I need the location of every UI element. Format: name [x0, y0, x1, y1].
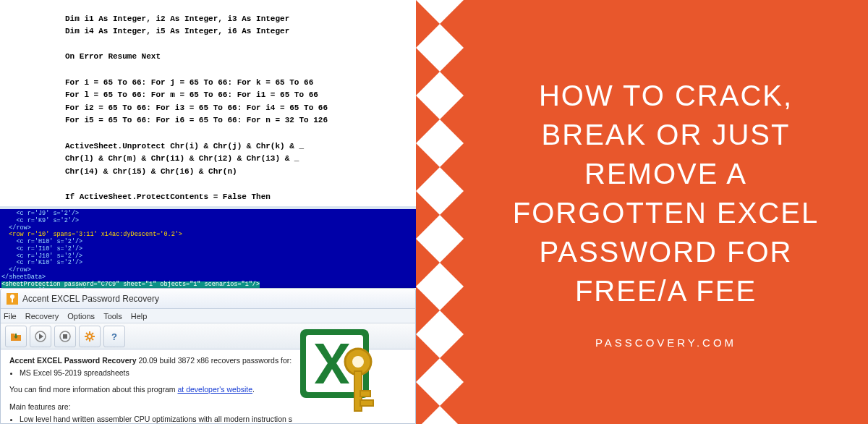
svg-marker-20 [416, 96, 464, 119]
svg-marker-27 [416, 263, 464, 287]
vba-code-block: Dim i1 As Integer, i2 As Integer, i3 As … [0, 0, 416, 206]
xml-line: </row> [1, 266, 31, 274]
help-button[interactable]: ? [103, 326, 125, 347]
svg-marker-25 [416, 215, 464, 239]
menu-help[interactable]: Help [131, 312, 148, 321]
developer-link[interactable]: at developer's website [178, 385, 253, 394]
xml-line: <c r='K10' s='2'/> [1, 259, 82, 266]
svg-rect-15 [416, 0, 464, 424]
code-line: For i5 = 65 To 66: For i6 = 65 To 66: Fo… [65, 116, 328, 124]
svg-rect-13 [360, 391, 370, 397]
svg-marker-26 [416, 239, 464, 263]
svg-rect-5 [63, 334, 67, 339]
svg-marker-19 [416, 72, 464, 96]
svg-marker-23 [416, 167, 464, 191]
excel-key-icon [286, 311, 394, 420]
svg-marker-31 [416, 358, 464, 382]
svg-marker-32 [416, 382, 464, 406]
code-line: For i2 = 65 To 66: For i3 = 65 To 66: Fo… [65, 103, 328, 112]
heading-suffix: 20.09 build 3872 x86 recovers passwords … [136, 356, 292, 365]
svg-rect-14 [360, 400, 373, 406]
play-button[interactable] [30, 326, 51, 347]
svg-marker-21 [416, 119, 464, 143]
info-prefix: You can find more information about this… [9, 385, 178, 394]
code-line: Chr(l) & Chr(m) & Chr(i1) & Chr(i2) & Ch… [65, 154, 299, 163]
code-line: Dim i4 As Integer, i5 As Integer, i6 As … [65, 27, 289, 35]
menu-options[interactable]: Options [67, 312, 95, 321]
svg-marker-24 [416, 191, 464, 215]
hero-title: HOW TO CRACK, BREAK OR JUST REMOVE A FOR… [500, 76, 832, 310]
triangle-pattern [416, 0, 464, 424]
svg-marker-22 [416, 143, 464, 167]
xml-line: <row r='10' spans='3:11' x14ac:dyDescent… [1, 231, 182, 238]
menu-recovery[interactable]: Recovery [25, 312, 59, 321]
code-line: Chr(i4) & Chr(i5) & Chr(i6) & Chr(n) [65, 167, 237, 176]
svg-marker-18 [416, 48, 464, 72]
svg-text:?: ? [111, 331, 117, 342]
info-suffix: . [252, 385, 255, 394]
stop-button[interactable] [54, 326, 76, 347]
open-button[interactable] [5, 326, 27, 347]
xml-editor: <c r='J9' s='2'/> <c r='K9' s='2'/> </ro… [0, 206, 416, 288]
hero-brand: PASSCOVERY.COM [595, 336, 736, 349]
xml-line: <c r='I10' s='2'/> [1, 245, 82, 253]
xml-line: </row> [1, 224, 31, 232]
code-line: For l = 65 To 66: For m = 65 To 66: For … [65, 90, 318, 99]
left-column: Dim i1 As Integer, i2 As Integer, i3 As … [0, 0, 416, 424]
svg-marker-16 [416, 0, 464, 24]
menu-tools[interactable]: Tools [103, 312, 122, 321]
product-name: Accent EXCEL Password Recovery [9, 356, 136, 365]
svg-marker-30 [416, 334, 464, 358]
right-column: HOW TO CRACK, BREAK OR JUST REMOVE A FOR… [416, 0, 868, 424]
xml-line: <c r='J10' s='2'/> [1, 253, 82, 260]
code-line: If ActiveSheet.ProtectContents = False T… [65, 192, 271, 201]
menu-file[interactable]: File [4, 312, 17, 321]
xml-line: <c r='K9' s='2'/> [1, 217, 79, 224]
code-line: ActiveSheet.Unprotect Chr(i) & Chr(j) & … [65, 142, 304, 150]
app-icon [7, 293, 18, 305]
titlebar[interactable]: Accent EXCEL Password Recovery [1, 289, 415, 309]
svg-marker-17 [416, 24, 464, 48]
xml-line: <c r='J9' s='2'/> [1, 210, 79, 217]
settings-button[interactable] [79, 326, 101, 347]
hero-panel: HOW TO CRACK, BREAK OR JUST REMOVE A FOR… [464, 0, 868, 424]
window-title: Accent EXCEL Password Recovery [22, 294, 159, 304]
xml-line: </sheetData> [1, 274, 46, 281]
code-line: Exit Sub [65, 205, 122, 207]
svg-marker-29 [416, 310, 464, 334]
code-line: Dim i1 As Integer, i2 As Integer, i3 As … [65, 14, 289, 23]
svg-point-6 [88, 334, 92, 339]
code-line: On Error Resume Next [65, 52, 161, 61]
svg-point-11 [352, 356, 364, 368]
xml-line: <c r='H10' s='2'/> [1, 238, 82, 245]
svg-marker-33 [416, 406, 464, 424]
code-line: For i = 65 To 66: For j = 65 To 66: For … [65, 78, 313, 87]
svg-marker-28 [416, 287, 464, 310]
svg-rect-2 [12, 298, 13, 302]
